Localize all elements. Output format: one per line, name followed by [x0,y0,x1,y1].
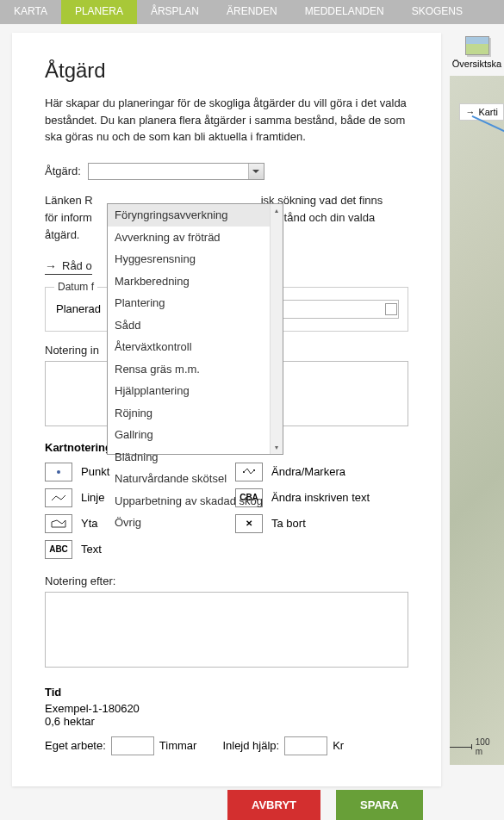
dropdown-item[interactable]: Gallring [108,424,283,446]
dropdown-item[interactable]: Avverkning av fröträd [108,227,283,249]
form-panel: Åtgärd Här skapar du planeringar för de … [12,33,441,786]
scale-bar: 100 m [450,737,495,756]
tid-section: Tid Exempel-1-180620 0,6 hektar Eget arb… [45,686,408,755]
atgard-dropdown[interactable]: Föryngringsavverkning Avverkning av fröt… [107,203,283,455]
dropdown-item[interactable]: Markberedning [108,270,283,293]
page-title: Åtgärd [45,59,408,83]
kart-text[interactable]: ABC Text [45,540,218,559]
dropdown-item[interactable]: Återväxtkontroll [108,336,283,358]
arrow-right-icon: → [45,259,57,273]
dot-icon [45,463,72,481]
nav-planera[interactable]: PLANERA [61,0,137,24]
map-tab[interactable]: → Karti [459,103,504,121]
own-work-label: Eget arbete: [45,739,106,752]
dropdown-item[interactable]: Röjning [108,402,283,425]
abc-icon: ABC [45,540,72,559]
dropdown-item[interactable]: Sådd [108,314,283,337]
hired-unit: Kr [333,739,344,752]
note-after-textarea[interactable] [45,592,408,668]
scrollbar[interactable]: ▴ ▾ [270,204,283,454]
dropdown-item[interactable]: Hyggesrensning [108,248,283,270]
atgard-label: Åtgärd: [45,165,81,177]
right-sidebar: Översiktska → Karti 100 m [450,33,504,786]
date-legend: Datum f [54,281,97,293]
tid-area: 0,6 hektar [45,715,408,728]
advice-link[interactable]: → Råd o [45,259,92,275]
button-bar: AVBRYT SPARA [227,790,423,820]
dropdown-item[interactable]: Föryngringsavverkning [108,204,283,227]
map[interactable]: → Karti 100 m [450,76,504,765]
nav-meddelanden[interactable]: MEDDELANDEN [291,0,398,24]
intro-text: Här skapar du planeringar för de skoglig… [45,95,408,146]
atgard-select[interactable] [88,163,264,180]
nav-arsplan[interactable]: ÅRSPLAN [137,0,213,24]
dropdown-item[interactable]: Hjälpplantering [108,380,283,402]
hired-input[interactable] [284,736,327,755]
note-after-label: Notering efter: [45,575,408,587]
own-work-unit: Timmar [159,739,197,752]
dropdown-item[interactable]: Plantering [108,292,283,314]
scroll-down-icon[interactable]: ▾ [271,441,283,454]
dropdown-item[interactable]: Blädning [108,446,283,469]
chevron-down-icon[interactable] [248,164,264,179]
line-icon [45,488,72,507]
polygon-icon [45,514,72,533]
nav-karta[interactable]: KARTA [0,0,61,24]
overview-map-icon [465,36,489,55]
dropdown-item[interactable]: Naturvårdande skötsel [108,468,283,490]
top-nav: KARTA PLANERA ÅRSPLAN ÄRENDEN MEDDELANDE… [0,0,504,24]
hired-label: Inlejd hjälp: [222,739,279,752]
save-button[interactable]: SPARA [336,790,423,820]
nav-skogens[interactable]: SKOGENS [398,0,476,24]
overview-button[interactable]: Översiktska [450,33,504,76]
nav-arenden[interactable]: ÄRENDEN [213,0,291,24]
planned-label: Planerad [56,302,101,315]
dropdown-item[interactable]: Upparbetning av skadad skog [108,490,283,512]
scroll-up-icon[interactable]: ▴ [271,204,283,217]
dropdown-item[interactable]: Övrig [108,512,283,534]
cancel-button[interactable]: AVBRYT [227,790,320,820]
tid-title: Tid [45,686,408,699]
tid-example: Exempel-1-180620 [45,702,408,715]
own-work-input[interactable] [111,736,154,755]
map-line-feature [451,115,504,191]
dropdown-item[interactable]: Rensa gräs m.m. [108,358,283,381]
calendar-icon[interactable] [385,303,397,315]
